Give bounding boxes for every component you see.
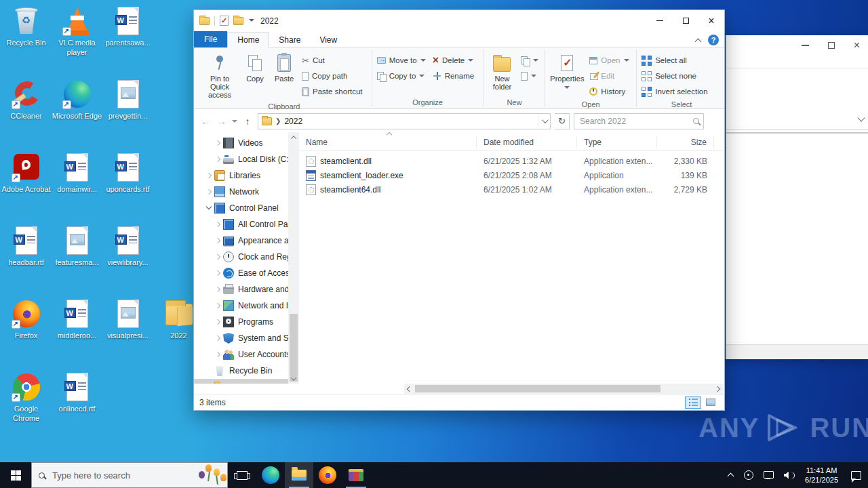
column-header-date-modified[interactable]: Date modified <box>477 136 577 148</box>
scrollbar-thumb[interactable] <box>415 385 660 392</box>
sidebar-item-system-and-sec[interactable]: System and Sec <box>194 330 288 346</box>
taskbar-app-firefox[interactable] <box>313 462 342 488</box>
action-center-icon[interactable] <box>851 471 861 480</box>
desktop-icon-middleroo[interactable]: middleroo... <box>52 298 102 341</box>
start-button[interactable] <box>0 462 31 488</box>
up-button[interactable]: ↑ <box>241 116 254 127</box>
folder-icon[interactable] <box>199 17 210 25</box>
properties-button[interactable]: Properties <box>547 52 587 92</box>
new-folder-button[interactable]: New folder <box>486 52 518 93</box>
paste-button[interactable]: Paste <box>269 52 299 85</box>
sidebar-item-user-accounts[interactable]: User Accounts <box>194 346 288 363</box>
chevron-down-icon[interactable] <box>857 114 865 121</box>
sidebar-item-clock-and-regi[interactable]: Clock and Regi <box>194 249 288 265</box>
recent-locations-icon[interactable] <box>232 119 237 124</box>
desktop-icon-vlc-media-player[interactable]: VLC media player <box>52 5 102 58</box>
sidebar-item-network[interactable]: Network <box>194 184 288 200</box>
taskbar-app-winrar[interactable] <box>342 462 370 488</box>
desktop-icon-domainwir[interactable]: domainwir... <box>52 152 102 195</box>
maximize-button[interactable] <box>673 10 698 31</box>
expander-icon[interactable] <box>205 205 212 211</box>
sidebar-item-videos[interactable]: Videos <box>194 135 288 151</box>
expander-icon[interactable] <box>214 156 221 163</box>
close-icon[interactable]: × <box>854 42 860 49</box>
file-row-steamclient-loader-exe[interactable]: steamclient_loader.exe6/21/2025 2:08 AMA… <box>299 168 724 182</box>
taskbar-app-edge[interactable] <box>256 462 285 488</box>
taskbar-app-explorer[interactable] <box>285 462 313 488</box>
desktop-icon-firefox[interactable]: Firefox <box>1 298 52 341</box>
delete-button[interactable]: × Delete <box>430 53 477 68</box>
scroll-up-icon[interactable] <box>288 132 299 142</box>
scroll-down-icon[interactable] <box>288 373 299 384</box>
search-box[interactable] <box>574 113 704 129</box>
tree-scrollbar[interactable] <box>288 132 299 384</box>
sidebar-item-programs[interactable]: Programs <box>194 314 288 330</box>
desktop-icon-ccleaner[interactable]: CCleaner <box>1 79 52 121</box>
select-all-button[interactable]: Select all <box>639 53 710 68</box>
scrollbar-thumb[interactable] <box>290 314 298 382</box>
new-item-button[interactable] <box>518 53 541 68</box>
taskbar-app-task-view[interactable] <box>228 462 256 488</box>
details-view-button[interactable] <box>685 396 701 409</box>
sidebar-item-appearance-an[interactable]: Appearance an <box>194 232 288 249</box>
desktop-icon-google-chrome[interactable]: Google Chrome <box>1 371 52 424</box>
thumbnails-view-button[interactable] <box>703 396 719 409</box>
file-row-steamclient-dll[interactable]: steamclient.dll6/21/2025 1:32 AMApplicat… <box>299 154 724 168</box>
desktop-icon-onlinecd-rtf[interactable]: onlinecd.rtf <box>52 371 102 414</box>
expander-icon[interactable] <box>214 221 221 228</box>
desktop-icon-adobe-acrobat[interactable]: Adobe Acrobat <box>1 152 52 195</box>
sidebar-item-all-control-par[interactable]: All Control Par <box>194 216 288 232</box>
desktop-icon-featuresma[interactable]: featuresma... <box>52 225 102 268</box>
expander-icon[interactable] <box>214 237 221 244</box>
cut-button[interactable]: ✂ Cut <box>299 53 366 68</box>
column-header-type[interactable]: Type <box>577 136 657 148</box>
refresh-button[interactable]: ↻ <box>555 113 570 129</box>
expander-icon[interactable] <box>205 172 212 179</box>
sidebar-item-recycle-bin[interactable]: Recycle Bin <box>194 363 288 379</box>
back-button[interactable]: ← <box>199 116 212 127</box>
network-icon[interactable] <box>764 471 774 479</box>
customize-toolbar-icon[interactable] <box>248 18 254 24</box>
select-none-button[interactable]: Select none <box>639 68 710 83</box>
file-row-steamclient64-dll[interactable]: steamclient64.dll6/21/2025 1:02 AMApplic… <box>299 182 724 197</box>
taskbar-clock[interactable]: 11:41 AM 6/21/2025 <box>805 466 838 485</box>
desktop-icon-parentsawa[interactable]: parentsawa... <box>102 5 153 48</box>
expander-icon[interactable] <box>214 302 221 309</box>
tab-share[interactable]: Share <box>269 33 310 47</box>
open-button[interactable]: Open <box>587 53 631 68</box>
horizontal-scrollbar[interactable] <box>404 384 724 394</box>
desktop-icon-headbar-rtf[interactable]: headbar.rtf <box>1 225 52 268</box>
edit-button[interactable]: Edit <box>587 68 631 83</box>
breadcrumb[interactable]: 2022 <box>284 117 302 126</box>
taskbar-search-input[interactable] <box>51 470 220 481</box>
background-window[interactable]: × <box>726 35 868 359</box>
tab-file[interactable]: File <box>194 31 227 47</box>
sidebar-item-ease-of-access[interactable]: Ease of Access <box>194 265 288 281</box>
desktop-icon-viewlibrary[interactable]: viewlibrary... <box>102 225 153 268</box>
new-folder-icon[interactable] <box>233 17 243 25</box>
help-icon[interactable]: ? <box>708 35 719 45</box>
expander-icon[interactable] <box>214 270 221 277</box>
move-to-button[interactable]: Move to <box>374 53 430 68</box>
address-dropdown-icon[interactable] <box>538 114 550 129</box>
forward-button[interactable]: → <box>216 116 228 127</box>
expander-icon[interactable] <box>214 335 221 342</box>
volume-icon[interactable] <box>784 471 795 480</box>
sidebar-item-2022[interactable]: 2022 <box>194 379 288 384</box>
show-hidden-icons-button[interactable] <box>727 472 734 479</box>
tab-home[interactable]: Home <box>227 32 269 48</box>
column-header-size[interactable]: Size <box>657 136 714 148</box>
expander-icon[interactable] <box>214 319 221 325</box>
close-button[interactable]: × <box>698 10 724 31</box>
desktop-icon-uponcards-rtf[interactable]: uponcards.rtf <box>102 152 153 195</box>
title-bar[interactable]: 2022 × <box>194 10 724 31</box>
invert-selection-button[interactable]: Invert selection <box>639 84 710 99</box>
sidebar-item-local-disk-c[interactable]: Local Disk (C:) <box>194 151 288 167</box>
expander-icon[interactable] <box>214 351 221 358</box>
paste-shortcut-button[interactable]: Paste shortcut <box>299 84 366 99</box>
expander-icon[interactable] <box>214 253 221 260</box>
copy-path-button[interactable]: Copy path <box>299 68 366 83</box>
expander-icon[interactable] <box>205 188 212 195</box>
expander-icon[interactable] <box>214 286 221 293</box>
tray-circle-icon[interactable] <box>744 470 753 480</box>
